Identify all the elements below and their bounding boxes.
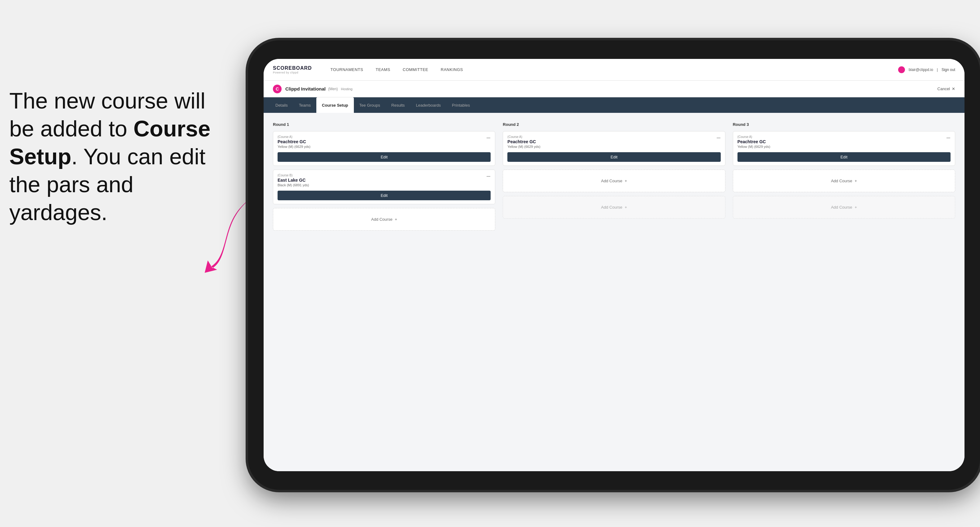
svg-rect-3 [947,138,950,138]
round1-add-course-button[interactable]: Add Course + [273,208,495,231]
svg-rect-1 [487,176,490,177]
content-area: Round 1 (Course A) Peachtree GC Yellow (… [264,113,964,471]
user-email: blair@clippd.io [909,68,933,72]
sign-out-link[interactable]: Sign out [942,68,955,72]
round1-course-a-delete-icon[interactable] [485,135,492,141]
cancel-button[interactable]: Cancel ✕ [937,86,955,91]
round1-course-a-name: Peachtree GC [278,139,491,144]
round2-course-a-slot: (Course A) [508,135,721,138]
round-2-column: Round 2 (Course A) Peachtree GC Yellow (… [503,122,725,234]
round3-add-course-disabled-text: Add Course + [831,205,857,210]
nav-rankings[interactable]: RANKINGS [434,59,469,81]
round2-add-course-button[interactable]: Add Course + [503,170,725,192]
round3-course-a-card: (Course A) Peachtree GC Yellow (M) (6629… [733,131,955,166]
user-avatar [898,66,905,73]
tab-details[interactable]: Details [270,97,293,113]
round3-course-a-name: Peachtree GC [738,139,951,144]
round2-add-course-disabled: Add Course + [503,196,725,219]
round1-add-plus-icon: + [395,217,397,222]
nav-tournaments[interactable]: TOURNAMENTS [325,59,370,81]
round-1-column: Round 1 (Course A) Peachtree GC Yellow (… [273,122,495,234]
round3-course-a-delete-icon[interactable] [945,135,952,141]
nav-right: blair@clippd.io | Sign out [898,66,955,73]
tab-tee-groups[interactable]: Tee Groups [354,97,386,113]
top-nav: SCOREBOARD Powered by clippd TOURNAMENTS… [264,59,964,81]
svg-rect-2 [717,138,721,138]
round2-add-course-text: Add Course + [601,179,627,183]
round1-add-course-text: Add Course + [371,217,397,222]
round3-course-a-details: Yellow (M) (6629 yds) [738,145,951,149]
tablet-frame: SCOREBOARD Powered by clippd TOURNAMENTS… [248,40,980,490]
tab-teams[interactable]: Teams [293,97,316,113]
svg-rect-0 [487,138,490,138]
tournament-gender: (Men) [328,87,338,91]
round1-course-b-name: East Lake GC [278,178,491,183]
tournament-bar: C Clippd Invitational (Men) Hosting Canc… [264,81,964,97]
round2-course-a-card: (Course A) Peachtree GC Yellow (M) (6629… [503,131,725,166]
round2-add-course-disabled-text: Add Course + [601,205,627,210]
round1-course-b-slot: (Course B) [278,174,491,177]
round1-course-b-details: Black (M) (6891 yds) [278,183,491,187]
tab-leaderboards[interactable]: Leaderboards [410,97,446,113]
round3-add-plus-icon: + [855,179,857,183]
tab-results[interactable]: Results [386,97,410,113]
round2-course-a-edit-button[interactable]: Edit [508,152,721,162]
round1-course-b-card: (Course B) East Lake GC Black (M) (6891 … [273,170,495,204]
rounds-grid: Round 1 (Course A) Peachtree GC Yellow (… [273,122,955,234]
logo-scoreboard: SCOREBOARD [273,65,312,71]
logo-area: SCOREBOARD Powered by clippd [273,65,312,74]
round3-add-course-disabled: Add Course + [733,196,955,219]
round2-course-a-delete-icon[interactable] [715,135,722,141]
round1-course-b-edit-button[interactable]: Edit [278,190,491,200]
sign-out-separator: | [937,68,938,72]
nav-teams[interactable]: TEAMS [369,59,396,81]
round3-add-course-button[interactable]: Add Course + [733,170,955,192]
cancel-x-icon: ✕ [952,86,955,91]
nav-committee[interactable]: COMMITTEE [397,59,435,81]
round2-course-a-name: Peachtree GC [508,139,721,144]
round3-course-a-slot: (Course A) [738,135,951,138]
tab-bar: Details Teams Course Setup Tee Groups Re… [264,97,964,113]
logo-sub: Powered by clippd [273,71,312,74]
round1-course-a-details: Yellow (M) (6629 yds) [278,145,491,149]
round2-course-a-details: Yellow (M) (6629 yds) [508,145,721,149]
round3-course-a-edit-button[interactable]: Edit [738,152,951,162]
round1-course-a-slot: (Course A) [278,135,491,138]
tab-course-setup[interactable]: Course Setup [316,97,354,113]
round2-add-plus-icon: + [625,179,627,183]
round-1-label: Round 1 [273,122,495,127]
round1-course-a-card: (Course A) Peachtree GC Yellow (M) (6629… [273,131,495,166]
tab-printables[interactable]: Printables [446,97,476,113]
round1-course-a-edit-button[interactable]: Edit [278,152,491,162]
round-3-label: Round 3 [733,122,955,127]
round-2-label: Round 2 [503,122,725,127]
round3-add-course-text: Add Course + [831,179,857,183]
round-3-column: Round 3 (Course A) Peachtree GC Yellow (… [733,122,955,234]
round1-course-b-delete-icon[interactable] [485,173,492,180]
c-logo-icon: C [273,85,282,93]
tournament-name: Clippd Invitational [285,86,326,92]
hosting-badge: Hosting [341,87,352,91]
tablet-screen: SCOREBOARD Powered by clippd TOURNAMENTS… [264,59,964,471]
nav-links: TOURNAMENTS TEAMS COMMITTEE RANKINGS [325,59,898,81]
